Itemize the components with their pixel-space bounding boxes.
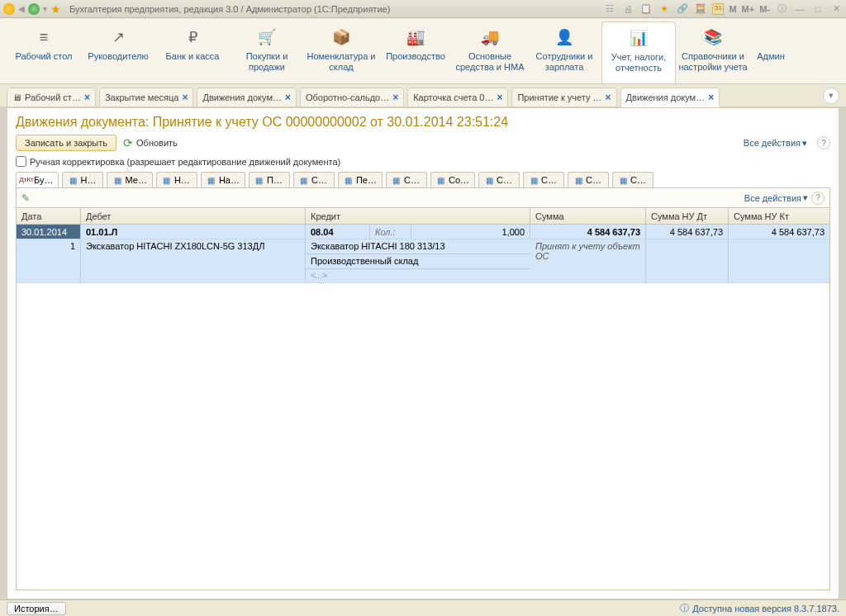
close-icon[interactable]: ✕ <box>829 3 843 15</box>
subtab-11[interactable]: ▦С… <box>523 172 564 187</box>
col-header-debit[interactable]: Дебет <box>81 208 306 224</box>
ribbon-production[interactable]: 🏭Производство <box>378 21 453 83</box>
tab-account-card[interactable]: Карточка счета 0…× <box>407 88 508 107</box>
subtab-10[interactable]: ▦С… <box>478 172 520 187</box>
tool-icon-3[interactable]: 📋 <box>639 2 653 16</box>
cell-credit-acc[interactable]: 08.04 <box>306 225 370 239</box>
m-plus-button[interactable]: M+ <box>742 4 755 14</box>
subtab-5[interactable]: ▦П… <box>249 172 290 187</box>
m-minus-button[interactable]: M- <box>759 4 770 14</box>
document-content: Движения документа: Принятие к учету ОС … <box>7 107 839 599</box>
col-header-nu-kt[interactable]: Сумма НУ Кт <box>729 208 829 224</box>
books-icon: 📚 <box>704 26 722 48</box>
link-tool-icon[interactable]: 🔗 <box>676 2 689 16</box>
tab-movements-2[interactable]: Движения докум…× <box>620 88 720 107</box>
maximize-icon[interactable]: □ <box>811 3 825 15</box>
calc-icon[interactable]: 🧮 <box>694 2 707 16</box>
forward-icon[interactable] <box>28 3 40 15</box>
favorite-icon[interactable]: ★ <box>50 2 61 16</box>
cell-nu-dt[interactable]: 4 584 637,73 <box>646 225 729 239</box>
tab-close-icon[interactable]: × <box>182 92 188 103</box>
cell-nu-dt-2 <box>646 239 729 282</box>
cell-row-num[interactable]: 1 <box>17 239 81 282</box>
m-button[interactable]: M <box>729 4 736 14</box>
history-button[interactable]: История… <box>7 602 66 615</box>
grid-icon: ▦ <box>112 175 122 185</box>
info-icon[interactable]: ⓘ <box>775 2 788 16</box>
subtab-3[interactable]: ▦Н… <box>156 172 197 187</box>
grid-toolbar: ✎ Все действия ▾ ? <box>17 188 829 208</box>
dropdown-icon[interactable]: ▾ <box>43 4 47 13</box>
ribbon-desktop[interactable]: ≡Рабочий стол <box>7 21 81 83</box>
minimize-icon[interactable]: — <box>793 3 806 15</box>
subtab-6[interactable]: ▦С… <box>293 172 335 187</box>
subtab-4[interactable]: ▦На… <box>201 172 245 187</box>
tool-icon-2[interactable]: 🖨 <box>621 2 634 16</box>
help-button[interactable]: ? <box>817 136 830 149</box>
col-header-nu-dt[interactable]: Сумма НУ Дт <box>646 208 729 224</box>
tab-closing[interactable]: Закрытие месяца× <box>99 88 194 107</box>
table-row[interactable]: 30.01.2014 01.01.Л 08.04 Кол.: 1,000 4 5… <box>17 225 829 239</box>
grid-icon: ▦ <box>207 175 216 185</box>
grid-body[interactable]: 30.01.2014 01.01.Л 08.04 Кол.: 1,000 4 5… <box>17 225 829 590</box>
ribbon-manager[interactable]: ↗Руководителю <box>81 21 155 83</box>
tab-close-icon[interactable]: × <box>606 92 611 103</box>
col-header-credit[interactable]: Кредит <box>306 208 530 224</box>
cell-credit-detail[interactable]: Экскаватор HITACHI 180 313/13 Производст… <box>306 239 530 282</box>
subtab-7[interactable]: ▦Пе… <box>338 172 383 187</box>
ribbon-stock[interactable]: 📦Номенклатура и склад <box>304 21 378 83</box>
manual-edit-checkbox[interactable] <box>16 156 26 167</box>
tab-movements-1[interactable]: Движения докум…× <box>197 88 297 107</box>
ribbon-sales[interactable]: 🛒Покупки и продажи <box>230 21 304 83</box>
tool-icon-1[interactable]: ☷ <box>603 2 616 16</box>
subtab-12[interactable]: ▦С… <box>568 172 609 187</box>
ribbon-refs[interactable]: 📚Справочники и настройки учета <box>676 21 750 83</box>
tab-acceptance[interactable]: Принятие к учету …× <box>511 88 616 107</box>
col-header-date[interactable]: Дата <box>17 208 81 224</box>
grid-all-actions[interactable]: Все действия ▾ <box>744 192 808 203</box>
ribbon-tax[interactable]: 📊Учет, налоги, отчетность <box>601 21 676 83</box>
calendar-icon[interactable]: 31 <box>712 3 724 15</box>
subtab-9[interactable]: ▦Со… <box>430 172 475 187</box>
tab-desktop[interactable]: 🖥Рабочий ст…× <box>7 88 96 107</box>
factory-icon: 🏭 <box>406 26 425 48</box>
grid-help-button[interactable]: ? <box>811 192 825 205</box>
edit-icon[interactable]: ✎ <box>21 192 30 204</box>
cell-kol-val[interactable]: 1,000 <box>411 225 530 239</box>
all-actions-dropdown[interactable]: Все действия ▾ <box>744 138 807 149</box>
ribbon-assets[interactable]: 🚚Основные средства и НМА <box>453 21 527 83</box>
table-row[interactable]: 1 Экскаватор HITACHI ZX180LCN-5G 313ДЛ Э… <box>17 239 829 283</box>
version-link[interactable]: ⓘ Доступна новая версия 8.3.7.1873. <box>680 602 839 614</box>
cell-debit-text[interactable]: Экскаватор HITACHI ZX180LCN-5G 313ДЛ <box>81 239 306 282</box>
person-icon: 👤 <box>555 26 573 48</box>
subtab-1[interactable]: ▦Н… <box>62 172 103 187</box>
ribbon-admin[interactable]: Админ <box>750 21 791 83</box>
tab-close-icon[interactable]: × <box>392 92 398 103</box>
cell-debit-acc[interactable]: 01.01.Л <box>81 225 306 239</box>
subtab-2[interactable]: ▦Ме… <box>107 172 152 187</box>
subtab-13[interactable]: ▦С… <box>612 172 654 187</box>
tab-close-icon[interactable]: × <box>285 92 291 103</box>
col-header-sum[interactable]: Сумма <box>530 208 646 224</box>
app-icon <box>3 3 15 15</box>
cell-kol-label: Кол.: <box>370 225 411 239</box>
subtab-8[interactable]: ▦С… <box>386 172 427 187</box>
cell-nu-kt[interactable]: 4 584 637,73 <box>729 225 829 239</box>
refresh-button[interactable]: ⟳ Обновить <box>123 136 178 149</box>
info-icon: ⓘ <box>680 602 689 614</box>
ribbon-hr[interactable]: 👤Сотрудники и зарплата <box>527 21 601 83</box>
tab-close-icon[interactable]: × <box>708 92 714 103</box>
tab-close-icon[interactable]: × <box>84 92 90 103</box>
back-icon[interactable]: ◀ <box>18 4 25 13</box>
ribbon-bank[interactable]: ₽Банк и касса <box>155 21 230 83</box>
tabs-dropdown[interactable]: ▾ <box>823 88 839 104</box>
save-close-button[interactable]: Записать и закрыть <box>16 135 116 151</box>
tab-balance[interactable]: Оборотно-сальдо…× <box>300 88 404 107</box>
star-tool-icon[interactable]: ★ <box>658 2 671 16</box>
cell-sum[interactable]: 4 584 637,73 <box>530 225 646 239</box>
cell-sum-text[interactable]: Принят к учету объект ОС <box>530 239 646 282</box>
tab-close-icon[interactable]: × <box>497 92 502 103</box>
truck-icon: 🚚 <box>481 26 499 48</box>
subtab-accounting[interactable]: ДтКтБу… <box>16 172 59 187</box>
cell-date[interactable]: 30.01.2014 <box>17 225 81 239</box>
